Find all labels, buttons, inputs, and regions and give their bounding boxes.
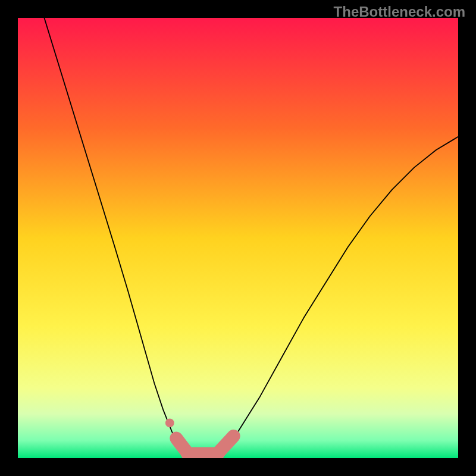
gradient-background [18, 18, 458, 458]
watermark-text: TheBottleneck.com [334, 4, 465, 20]
bottleneck-chart [18, 18, 458, 458]
marker-left-dot [165, 418, 174, 427]
plot-frame [18, 18, 458, 458]
